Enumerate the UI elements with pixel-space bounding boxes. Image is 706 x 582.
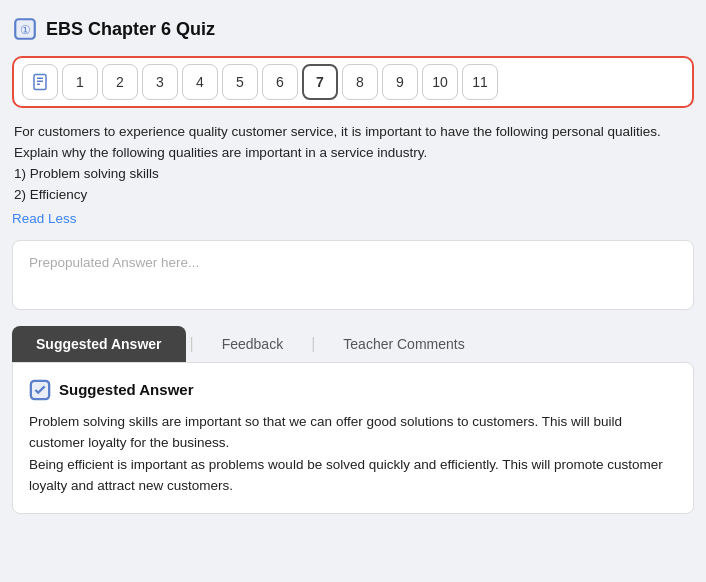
nav-item-4[interactable]: 4 bbox=[182, 64, 218, 100]
nav-item-5[interactable]: 5 bbox=[222, 64, 258, 100]
tab-divider-1: | bbox=[186, 335, 198, 353]
tabs-row: Suggested Answer | Feedback | Teacher Co… bbox=[12, 326, 694, 362]
read-less-link[interactable]: Read Less bbox=[12, 211, 77, 226]
tab-suggested-answer[interactable]: Suggested Answer bbox=[12, 326, 186, 362]
quiz-icon: ① bbox=[12, 16, 38, 42]
tab-divider-2: | bbox=[307, 335, 319, 353]
tab-teacher-comments[interactable]: Teacher Comments bbox=[319, 326, 488, 362]
nav-item-3[interactable]: 3 bbox=[142, 64, 178, 100]
nav-item-10[interactable]: 10 bbox=[422, 64, 458, 100]
svg-text:①: ① bbox=[20, 23, 31, 37]
page-header: ① EBS Chapter 6 Quiz bbox=[12, 12, 694, 46]
tab-feedback[interactable]: Feedback bbox=[198, 326, 307, 362]
nav-item-overview[interactable] bbox=[22, 64, 58, 100]
document-icon bbox=[31, 73, 49, 91]
answer-input[interactable]: Prepopulated Answer here... bbox=[12, 240, 694, 310]
suggested-answer-title: Suggested Answer bbox=[59, 381, 193, 398]
nav-item-1[interactable]: 1 bbox=[62, 64, 98, 100]
nav-item-11[interactable]: 11 bbox=[462, 64, 498, 100]
nav-item-8[interactable]: 8 bbox=[342, 64, 378, 100]
answer-placeholder: Prepopulated Answer here... bbox=[29, 255, 199, 270]
suggested-answer-body: Problem solving skills are important so … bbox=[29, 411, 677, 497]
nav-item-7[interactable]: 7 bbox=[302, 64, 338, 100]
content-panel: Suggested Answer Problem solving skills … bbox=[12, 362, 694, 514]
question-nav-bar: 1 2 3 4 5 6 7 8 9 10 11 bbox=[12, 56, 694, 108]
suggested-answer-header: Suggested Answer bbox=[29, 379, 677, 401]
nav-item-2[interactable]: 2 bbox=[102, 64, 138, 100]
nav-item-6[interactable]: 6 bbox=[262, 64, 298, 100]
question-text: For customers to experience quality cust… bbox=[12, 122, 694, 206]
page-title: EBS Chapter 6 Quiz bbox=[46, 19, 215, 40]
checkmark-icon bbox=[29, 379, 51, 401]
nav-item-9[interactable]: 9 bbox=[382, 64, 418, 100]
